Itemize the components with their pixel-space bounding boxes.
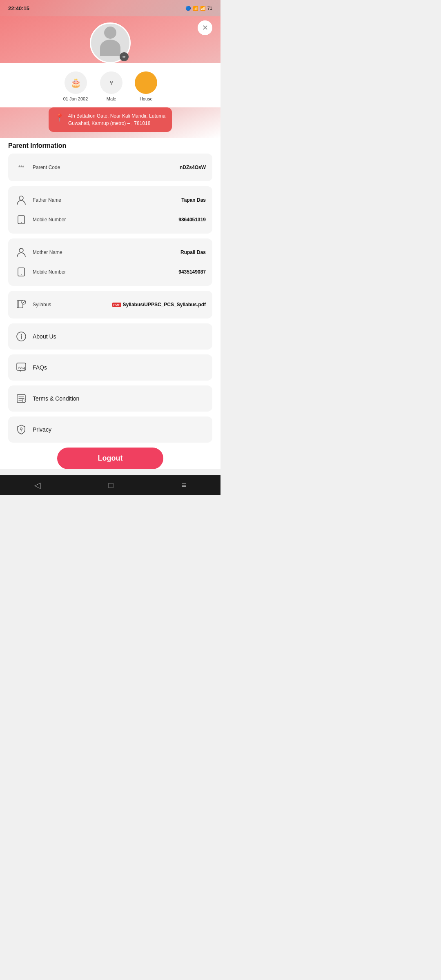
house-label: House — [140, 96, 153, 101]
svg-text:FAQ: FAQ — [18, 366, 25, 370]
svg-point-17 — [20, 428, 22, 430]
mother-mobile-row: Mobile Number 9435149087 — [15, 264, 206, 280]
parent-code-value: nDZs4OsW — [180, 165, 206, 170]
svg-point-3 — [21, 274, 22, 275]
status-time: 22:40:15 — [8, 5, 29, 11]
father-mobile-label: Mobile Number — [33, 217, 174, 223]
info-pills: 🎂 01 Jan 2002 ♀ Male House — [0, 63, 220, 107]
mother-phone-icon — [15, 265, 28, 278]
header-area: ✕ ✏ 🎂 01 Jan 2002 ♀ Male — [0, 16, 220, 138]
signal-icon: 📶 — [200, 6, 206, 11]
wifi-icon: 📶 — [193, 6, 198, 11]
bluetooth-icon: 🔵 — [185, 6, 191, 11]
father-phone-icon — [15, 213, 28, 226]
father-mobile-value: 9864051319 — [178, 217, 206, 223]
faqs-icon: FAQ — [15, 361, 28, 374]
house-pill: House — [135, 71, 157, 101]
parent-code-card: *** Parent Code nDZs4OsW — [8, 154, 212, 181]
parent-info-section: Parent Information *** Parent Code nDZs4… — [0, 138, 220, 469]
logout-area: Logout — [0, 448, 220, 469]
cake-icon: 🎂 — [70, 78, 81, 88]
terms-icon: ✓ — [15, 392, 28, 405]
syllabus-row: Syllabus PDF Syllabus/UPPSC_PCS_Syllabus… — [15, 296, 206, 313]
dob-pill: 🎂 01 Jan 2002 — [63, 71, 88, 101]
svg-point-1 — [21, 222, 22, 223]
father-name-row: Father Name Tapan Das — [15, 192, 206, 208]
syllabus-card[interactable]: Syllabus PDF Syllabus/UPPSC_PCS_Syllabus… — [8, 291, 212, 318]
address-text: 4th Battalion Gate, Near Kali Mandir, Lu… — [68, 112, 165, 127]
gender-pill: ♀ Male — [100, 71, 122, 101]
battery-label: 71 — [207, 6, 212, 11]
mother-name-row: Mother Name Rupali Das — [15, 244, 206, 261]
back-button[interactable]: ◁ — [34, 480, 40, 490]
gender-label: Male — [107, 96, 116, 101]
svg-point-0 — [19, 196, 23, 200]
father-icon — [15, 194, 28, 207]
svg-text:✓: ✓ — [23, 400, 25, 402]
home-button[interactable]: □ — [109, 481, 114, 490]
bottom-nav: ◁ □ ≡ — [0, 475, 220, 495]
avatar-container: ✏ — [90, 22, 131, 63]
mother-name-label: Mother Name — [33, 249, 176, 255]
privacy-icon — [15, 423, 28, 436]
privacy-label: Privacy — [33, 426, 51, 433]
syllabus-filename: Syllabus/UPPSC_PCS_Syllabus.pdf — [123, 302, 206, 307]
mother-name-value: Rupali Das — [180, 249, 206, 255]
pencil-icon: ✏ — [122, 55, 126, 59]
terms-label: Terms & Condition — [33, 395, 79, 402]
mother-mobile-value: 9435149087 — [178, 269, 206, 275]
father-name-label: Father Name — [33, 197, 176, 203]
privacy-item[interactable]: Privacy — [8, 416, 212, 443]
about-us-label: About Us — [33, 333, 56, 340]
status-icons: 🔵 📶 📶 71 — [185, 6, 212, 11]
parent-info-title: Parent Information — [0, 140, 220, 154]
address-banner: 📍 4th Battalion Gate, Near Kali Mandir, … — [49, 107, 172, 132]
terms-item[interactable]: ✓ Terms & Condition — [8, 385, 212, 412]
dob-label: 01 Jan 2002 — [63, 96, 88, 101]
parent-code-icon: *** — [15, 161, 28, 174]
mother-mobile-label: Mobile Number — [33, 269, 174, 275]
address-line2: Guwahati, Kamrup (metro) – , 781018 — [68, 120, 150, 126]
close-icon: ✕ — [202, 23, 208, 32]
faqs-label: FAQs — [33, 364, 47, 371]
svg-point-8 — [21, 334, 22, 335]
about-us-item[interactable]: About Us — [8, 323, 212, 350]
edit-avatar-button[interactable]: ✏ — [120, 52, 129, 61]
back-icon: ◁ — [34, 481, 40, 490]
status-bar: 22:40:15 🔵 📶 📶 71 — [0, 0, 220, 16]
syllabus-icon — [15, 298, 28, 311]
avatar-body — [100, 40, 120, 56]
syllabus-value: PDF Syllabus/UPPSC_PCS_Syllabus.pdf — [112, 302, 206, 307]
dob-icon-circle: 🎂 — [65, 71, 87, 94]
faqs-item[interactable]: FAQ FAQs — [8, 354, 212, 381]
close-button[interactable]: ✕ — [198, 20, 212, 35]
parent-code-row: *** Parent Code nDZs4OsW — [15, 159, 206, 176]
pdf-icon: PDF — [112, 303, 121, 307]
menu-button[interactable]: ≡ — [182, 481, 187, 490]
avatar-placeholder — [98, 27, 122, 59]
gender-icon: ♀ — [108, 78, 114, 87]
about-us-icon — [15, 330, 28, 343]
mother-icon — [15, 246, 28, 259]
father-mobile-row: Mobile Number 9864051319 — [15, 212, 206, 228]
house-icon-circle — [135, 71, 157, 94]
gender-icon-circle: ♀ — [100, 71, 122, 94]
parent-code-label: Parent Code — [33, 165, 175, 170]
father-name-value: Tapan Das — [181, 197, 206, 203]
syllabus-label: Syllabus — [33, 302, 107, 307]
menu-icon: ≡ — [182, 481, 187, 490]
address-line1: 4th Battalion Gate, Near Kali Mandir, Lu… — [68, 113, 165, 119]
home-icon: □ — [109, 481, 114, 490]
avatar-head — [104, 27, 116, 39]
father-card: Father Name Tapan Das Mobile Number 9864… — [8, 186, 212, 234]
mother-card: Mother Name Rupali Das Mobile Number 943… — [8, 238, 212, 286]
location-icon: 📍 — [55, 113, 64, 122]
logout-button[interactable]: Logout — [57, 448, 163, 469]
